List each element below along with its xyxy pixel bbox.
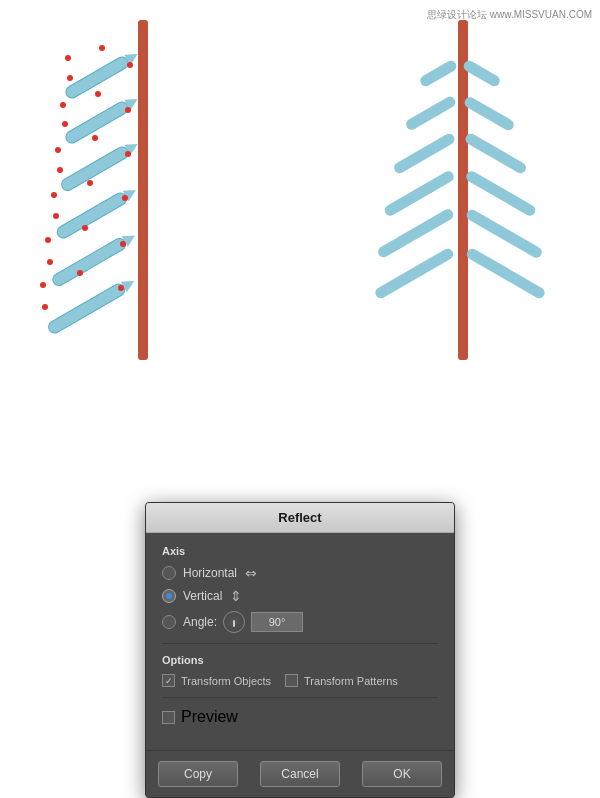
svg-rect-41 (464, 169, 537, 218)
dialog-buttons: Copy Cancel OK (146, 750, 454, 797)
dialog-title: Reflect (146, 503, 454, 533)
svg-rect-31 (46, 282, 126, 335)
svg-rect-46 (392, 132, 456, 176)
dialog-body: Axis Horizontal ⇔ Vertical ⇕ Angle: (146, 533, 454, 750)
left-illustration (30, 20, 250, 360)
svg-rect-40 (464, 132, 528, 176)
svg-point-12 (62, 121, 68, 127)
options-label: Options (162, 654, 438, 666)
svg-point-9 (60, 102, 66, 108)
svg-point-34 (77, 270, 83, 276)
horizontal-icon: ⇔ (245, 565, 257, 581)
svg-rect-45 (404, 95, 457, 132)
vertical-label: Vertical (183, 589, 222, 603)
svg-point-18 (57, 167, 63, 173)
svg-point-3 (65, 55, 71, 61)
svg-rect-39 (463, 95, 516, 132)
svg-rect-37 (458, 20, 468, 360)
svg-point-28 (82, 225, 88, 231)
options-checkboxes: Transform Objects Transform Patterns (162, 674, 438, 687)
angle-dial[interactable] (223, 611, 245, 633)
svg-rect-13 (59, 145, 130, 193)
transform-patterns-label: Transform Patterns (304, 675, 398, 687)
cancel-button[interactable]: Cancel (260, 761, 340, 787)
angle-radio-row[interactable]: Angle: (162, 611, 438, 633)
svg-point-10 (95, 91, 101, 97)
horizontal-label: Horizontal (183, 566, 237, 580)
svg-point-6 (67, 75, 73, 81)
svg-point-21 (51, 192, 57, 198)
transform-patterns-option[interactable]: Transform Patterns (285, 674, 398, 687)
ok-button[interactable]: OK (362, 761, 442, 787)
svg-point-27 (45, 237, 51, 243)
svg-point-16 (92, 135, 98, 141)
svg-point-5 (127, 62, 133, 68)
svg-point-24 (53, 213, 59, 219)
divider-1 (162, 643, 438, 644)
axis-label: Axis (162, 545, 438, 557)
svg-point-15 (55, 147, 61, 153)
right-illustration (350, 20, 570, 360)
svg-rect-25 (51, 236, 128, 287)
angle-label: Angle: (183, 615, 217, 629)
transform-objects-checkbox[interactable] (162, 674, 175, 687)
transform-objects-label: Transform Objects (181, 675, 271, 687)
preview-row[interactable]: Preview (162, 708, 438, 726)
options-section: Options Transform Objects Transform Patt… (162, 654, 438, 687)
divider-2 (162, 697, 438, 698)
svg-point-33 (40, 282, 46, 288)
reflect-dialog: Reflect Axis Horizontal ⇔ Vertical ⇕ Ang… (145, 502, 455, 798)
svg-rect-19 (55, 191, 129, 240)
svg-point-17 (125, 151, 131, 157)
angle-radio[interactable] (162, 615, 176, 629)
svg-point-4 (99, 45, 105, 51)
vertical-icon: ⇕ (230, 588, 242, 604)
transform-patterns-checkbox[interactable] (285, 674, 298, 687)
horizontal-radio[interactable] (162, 566, 176, 580)
svg-point-23 (122, 195, 128, 201)
axis-radio-group: Horizontal ⇔ Vertical ⇕ Angle: (162, 565, 438, 633)
svg-point-35 (118, 285, 124, 291)
transform-objects-option[interactable]: Transform Objects (162, 674, 271, 687)
svg-point-11 (125, 107, 131, 113)
illustration-area: 思绿设计论坛 www.MISSVUAN.COM (0, 0, 600, 390)
svg-rect-0 (138, 20, 148, 360)
vertical-radio[interactable] (162, 589, 176, 603)
angle-input[interactable] (251, 612, 303, 632)
svg-point-22 (87, 180, 93, 186)
svg-point-36 (42, 304, 48, 310)
svg-rect-44 (418, 59, 458, 89)
preview-checkbox[interactable] (162, 711, 175, 724)
copy-button[interactable]: Copy (158, 761, 238, 787)
svg-point-29 (120, 241, 126, 247)
horizontal-radio-row[interactable]: Horizontal ⇔ (162, 565, 438, 581)
vertical-radio-row[interactable]: Vertical ⇕ (162, 588, 438, 604)
preview-label: Preview (181, 708, 238, 726)
svg-point-30 (47, 259, 53, 265)
